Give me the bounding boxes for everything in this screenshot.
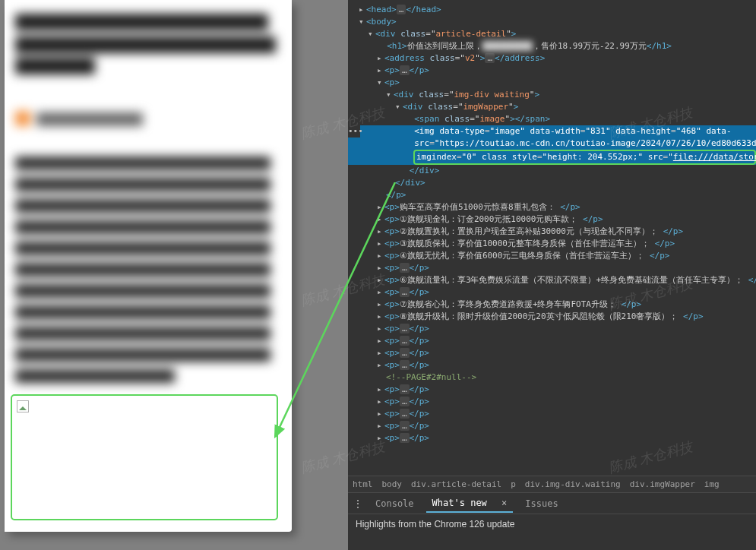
chevron-right-icon[interactable]: ▸ (377, 286, 384, 299)
page-preview (5, 0, 292, 532)
dom-node-p-text[interactable]: ▸<p>购车至高享价值51000元惊喜8重礼包含： </p> (348, 201, 756, 213)
close-icon[interactable]: × (501, 498, 507, 508)
breadcrumb-item[interactable]: div.imgWapper (630, 479, 695, 489)
tab-issues[interactable]: Issues (519, 495, 564, 512)
broken-image-icon (17, 400, 29, 412)
chevron-right-icon[interactable]: ▸ (377, 347, 384, 359)
breadcrumb-item[interactable]: div.article-detail (411, 479, 501, 489)
chevron-right-icon[interactable]: ▸ (377, 274, 384, 286)
dom-node-body[interactable]: ▾<body> (348, 16, 756, 28)
dom-node-comment[interactable]: <!--PAGE#2#null--> (348, 371, 756, 384)
chevron-right-icon[interactable]: ▸ (377, 299, 384, 311)
dom-node-p[interactable]: ▸<p>…</p> (348, 262, 756, 274)
dom-node-p[interactable]: ▸<p>…</p> (348, 396, 756, 408)
chevron-right-icon[interactable]: ▸ (377, 262, 384, 274)
devtools-elements-panel: ▸<head>…</head> ▾<body> ▾<div class="art… (348, 0, 756, 550)
dom-node-p[interactable]: ▸<p>…</p> (348, 359, 756, 371)
breadcrumb-item[interactable]: div.img-div.waiting (525, 479, 621, 489)
dom-node-p-text[interactable]: ▸<p>⑥旗舰流量礼：享3年免费娱乐流量（不限流不限量）+终身免费基础流量（首任… (348, 274, 756, 286)
dom-node-head[interactable]: ▸<head>…</head> (348, 4, 756, 16)
dom-node-p[interactable]: ▸<p>…</p> (348, 335, 756, 347)
dom-node-p[interactable]: ▸<p>…</p> (348, 323, 756, 335)
dom-node-p[interactable]: ▸<p>…</p> (348, 432, 756, 444)
dom-node-div-close[interactable]: </div> (348, 177, 756, 189)
dom-node-h1[interactable]: <h1>价值达到同级上限，██████████，售价18.99万元-22.99万… (348, 40, 756, 52)
dom-node-p-text[interactable]: ▸<p>①旗舰现金礼：订金2000元抵10000元购车款； </p> (348, 213, 756, 226)
dom-node-p[interactable]: ▸<p>…</p> (348, 420, 756, 432)
dom-node-p-text[interactable]: ▸<p>⑧旗舰升级礼：限时升级价值2000元20英寸低风阻轮毂（限210奢享版）… (348, 311, 756, 323)
chevron-right-icon[interactable]: ▸ (377, 213, 384, 226)
dom-node-p[interactable]: ▸<p>…</p> (348, 347, 756, 359)
chevron-down-icon[interactable]: ▾ (395, 101, 403, 113)
dom-node-p-open[interactable]: ▾<p> (348, 77, 756, 89)
dom-breadcrumb: html body div.article-detail p div.img-d… (348, 476, 756, 492)
blurred-article-content (5, 0, 292, 398)
dom-node-p-text[interactable]: ▸<p>④旗舰无忧礼：享价值6000元三电终身质保（首任非营运车主）； </p> (348, 250, 756, 262)
dom-node-p[interactable]: ▸<p>…</p> (348, 384, 756, 396)
chevron-right-icon[interactable]: ▸ (377, 238, 384, 250)
chevron-down-icon[interactable]: ▾ (359, 16, 366, 28)
chevron-right-icon[interactable]: ▸ (377, 250, 384, 262)
inspected-element-highlight (11, 394, 278, 520)
chevron-right-icon[interactable]: ▸ (377, 323, 384, 335)
chevron-right-icon[interactable]: ▸ (377, 52, 384, 65)
dom-node-p[interactable]: ▸<p>…</p> (348, 65, 756, 77)
dom-tree[interactable]: ▸<head>…</head> ▾<body> ▾<div class="art… (348, 0, 756, 467)
chevron-right-icon[interactable]: ▸ (377, 396, 384, 408)
dom-node-span-image[interactable]: <span class="image"></span> (348, 113, 756, 125)
chevron-right-icon[interactable]: ▸ (377, 384, 384, 396)
chevron-right-icon[interactable]: ▸ (377, 359, 384, 371)
dom-node-img-wapper[interactable]: ▾<div class="imgWapper"> (348, 101, 756, 113)
chevron-right-icon[interactable]: ▸ (377, 408, 384, 420)
tab-console[interactable]: Console (369, 495, 420, 512)
chevron-right-icon[interactable]: ▸ (377, 335, 384, 347)
chevron-right-icon[interactable]: ▸ (377, 226, 384, 238)
chevron-down-icon[interactable]: ▾ (368, 28, 375, 40)
breadcrumb-item-active[interactable]: img (704, 479, 720, 489)
dom-node-div-close[interactable]: </div> (348, 165, 756, 177)
dom-node-img-div[interactable]: ▾<div class="img-div waiting"> (348, 89, 756, 101)
whats-new-headline: Highlights from the Chrome 126 update (348, 514, 756, 533)
chevron-right-icon[interactable]: ▸ (377, 432, 384, 444)
tab-whats-new[interactable]: What's new × (426, 495, 514, 513)
chevron-right-icon[interactable]: ▸ (377, 65, 384, 77)
console-drawer-tabs: ⋮ Console What's new × Issues (348, 492, 756, 514)
chevron-right-icon[interactable]: ▸ (377, 201, 384, 213)
ellipsis-icon[interactable]: ••• (348, 125, 360, 138)
chevron-right-icon[interactable]: ▸ (359, 4, 366, 16)
dom-node-p[interactable]: ▸<p>…</p> (348, 286, 756, 299)
dom-node-p-text[interactable]: ▸<p>②旗舰置换礼：置换用户现金至高补贴30000元（与现金礼不同享）； </… (348, 226, 756, 238)
chevron-down-icon[interactable]: ▾ (377, 77, 384, 89)
chevron-down-icon[interactable]: ▾ (386, 89, 394, 101)
dom-node-img-selected[interactable]: ••• <img data-type="image" data-width="8… (348, 125, 756, 165)
breadcrumb-item[interactable]: p (511, 479, 516, 489)
chevron-right-icon[interactable]: ▸ (377, 420, 384, 432)
dom-node-p-text[interactable]: ▸<p>⑦旗舰省心礼：享终身免费道路救援+终身车辆FOTA升级； </p> (348, 299, 756, 311)
dom-node-p-text[interactable]: ▸<p>③旗舰质保礼：享价值10000元整车终身质保（首任非营运车主）； </p… (348, 238, 756, 250)
dom-node-p-close[interactable]: </p> (348, 189, 756, 201)
dom-node-article-detail[interactable]: ▾<div class="article-detail"> (348, 28, 756, 40)
dom-node-address[interactable]: ▸<address class="v2">…</address> (348, 52, 756, 65)
page-preview-panel (0, 0, 307, 550)
breadcrumb-item[interactable]: html (353, 479, 373, 489)
breadcrumb-item[interactable]: body (382, 479, 403, 489)
dom-node-p[interactable]: ▸<p>…</p> (348, 408, 756, 420)
kebab-menu-icon[interactable]: ⋮ (353, 498, 363, 510)
chevron-right-icon[interactable]: ▸ (377, 311, 384, 323)
